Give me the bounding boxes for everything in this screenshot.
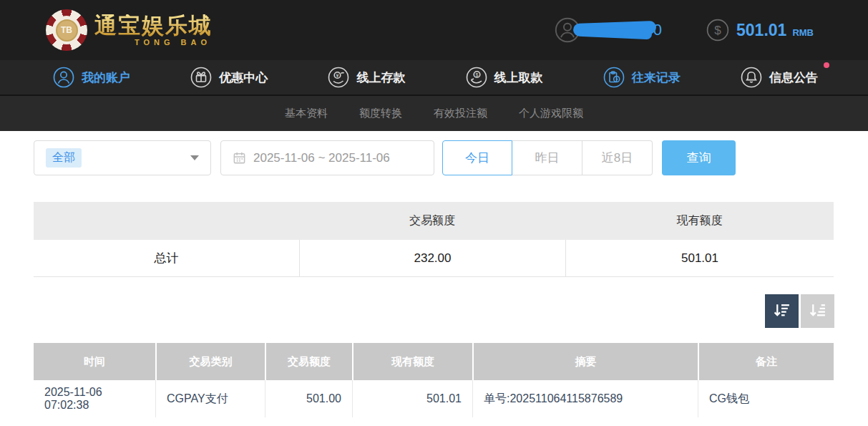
svg-text:$: $	[475, 72, 478, 77]
svg-text:¥: ¥	[336, 73, 339, 78]
username-display[interactable]: 0	[555, 16, 662, 44]
subnav-item-valid-bets[interactable]: 有效投注额	[434, 107, 487, 120]
summary-table: 交易额度 现有额度 总计 232.00 501.01	[34, 202, 834, 277]
sort-controls	[34, 294, 834, 328]
summary-total-row: 总计 232.00 501.01	[34, 240, 834, 277]
filter-row: 全部 2025-11-06 ~ 2025-11-06 今日 昨日 近8日 查询	[34, 140, 834, 175]
nav-item-my-account[interactable]: 我的账户	[53, 67, 130, 88]
nav-item-transaction-records[interactable]: 往来记录	[603, 67, 681, 88]
site-title: 通宝娱乐城	[94, 14, 213, 37]
balance-amount: 501.01	[736, 21, 786, 40]
search-button[interactable]: 查询	[662, 140, 736, 175]
notification-dot	[824, 62, 829, 68]
calendar-icon	[233, 151, 246, 165]
summary-header-transaction-amount: 交易额度	[299, 202, 565, 240]
account-icon	[53, 67, 74, 88]
records-header-current-balance: 现有额度	[352, 343, 472, 380]
announcement-icon	[741, 67, 762, 88]
logo-badge: TB	[56, 19, 78, 42]
summary-header-empty	[34, 202, 299, 240]
records-header-type: 交易类别	[155, 343, 265, 380]
poker-chip-logo-icon: TB	[46, 9, 87, 51]
record-transaction-amount: 501.00	[265, 380, 352, 417]
main-nav: 我的账户 优惠中心 ¥ 线上存款 $	[0, 60, 868, 95]
records-header-remarks: 备注	[698, 343, 834, 380]
records-icon	[603, 67, 625, 88]
record-type: CGPAY支付	[155, 380, 265, 417]
deposit-icon: ¥	[328, 67, 349, 88]
nav-item-announcements[interactable]: 信息公告	[741, 67, 818, 88]
table-row: 2025-11-06 07:02:38 CGPAY支付 501.00 501.0…	[34, 380, 834, 417]
records-header-transaction-amount: 交易额度	[265, 343, 352, 380]
date-range-value: 2025-11-06 ~ 2025-11-06	[253, 151, 390, 165]
summary-transaction-amount: 232.00	[299, 240, 565, 276]
record-time: 2025-11-06 07:02:38	[34, 380, 155, 417]
record-remarks: CG钱包	[698, 380, 834, 417]
nav-item-promotions[interactable]: 优惠中心	[190, 67, 268, 88]
top-header: TB 通宝娱乐城 TONG BAO 0 $ 501.	[0, 0, 868, 60]
chevron-down-icon	[190, 155, 199, 160]
nav-item-withdraw[interactable]: $ 线上取款	[466, 67, 543, 88]
transaction-type-select[interactable]: 全部	[34, 140, 211, 175]
svg-text:$: $	[714, 24, 721, 37]
summary-current-balance: 501.01	[565, 240, 834, 276]
nav-item-deposit[interactable]: ¥ 线上存款	[328, 67, 405, 88]
promo-icon	[190, 67, 212, 88]
subnav-item-credit-transfer[interactable]: 额度转换	[359, 107, 402, 120]
sub-nav: 基本资料 额度转换 有效投注额 个人游戏限额	[0, 95, 868, 131]
record-summary: 单号:202511064115876589	[472, 380, 698, 417]
site-subtitle: TONG BAO	[94, 39, 213, 47]
sort-descending-icon	[772, 301, 791, 322]
quick-range-last8days[interactable]: 近8日	[582, 140, 653, 175]
summary-total-label: 总计	[34, 240, 299, 276]
quick-range-yesterday[interactable]: 昨日	[512, 140, 582, 175]
date-range-input[interactable]: 2025-11-06 ~ 2025-11-06	[220, 140, 434, 175]
content-area: 全部 2025-11-06 ~ 2025-11-06 今日 昨日 近8日 查询	[0, 131, 868, 417]
record-current-balance: 501.01	[352, 380, 472, 417]
balance-currency: RMB	[792, 23, 814, 38]
records-table: 时间 交易类别 交易额度 现有额度 摘要 备注 2025-11-06 07:02…	[34, 343, 834, 417]
sort-descending-button[interactable]	[765, 294, 799, 328]
summary-header-current-balance: 现有额度	[565, 202, 834, 240]
username-redaction-scribble	[573, 22, 656, 38]
records-header-summary: 摘要	[472, 343, 698, 380]
quick-range-today[interactable]: 今日	[442, 140, 512, 175]
selected-type-value: 全部	[46, 148, 82, 168]
sort-ascending-button[interactable]	[801, 294, 834, 328]
quick-range-group: 今日 昨日 近8日	[442, 140, 653, 175]
summary-table-header: 交易额度 现有额度	[34, 202, 834, 240]
subnav-item-game-limits[interactable]: 个人游戏限额	[519, 107, 583, 120]
site-logo[interactable]: TB 通宝娱乐城 TONG BAO	[46, 9, 213, 51]
subnav-item-basic-info[interactable]: 基本资料	[285, 107, 328, 120]
records-table-header: 时间 交易类别 交易额度 现有额度 摘要 备注	[34, 343, 834, 380]
balance-display[interactable]: $ 501.01 RMB	[706, 19, 814, 42]
sort-ascending-icon	[808, 301, 827, 322]
withdraw-icon: $	[466, 67, 487, 88]
records-header-time: 时间	[34, 343, 155, 380]
dollar-circle-icon: $	[706, 19, 729, 42]
